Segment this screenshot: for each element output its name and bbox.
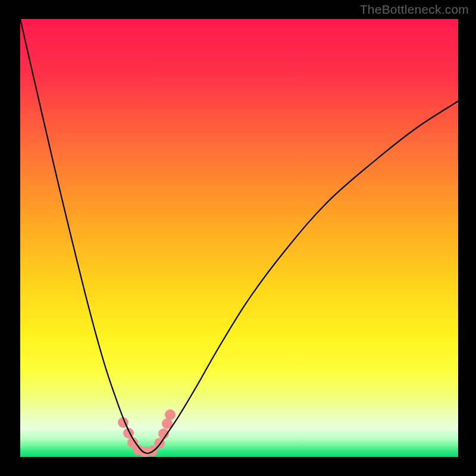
chart-frame: TheBottleneck.com (0, 0, 476, 476)
chart-svg (0, 0, 476, 476)
watermark-text: TheBottleneck.com (360, 2, 469, 17)
curve-marker (165, 409, 176, 420)
plot-background (20, 19, 458, 457)
